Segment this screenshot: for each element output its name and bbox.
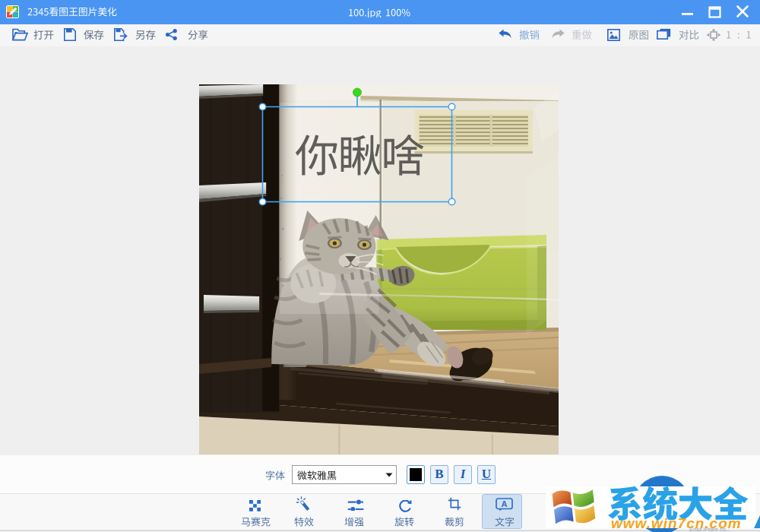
svg-text:A: A [502,499,508,508]
